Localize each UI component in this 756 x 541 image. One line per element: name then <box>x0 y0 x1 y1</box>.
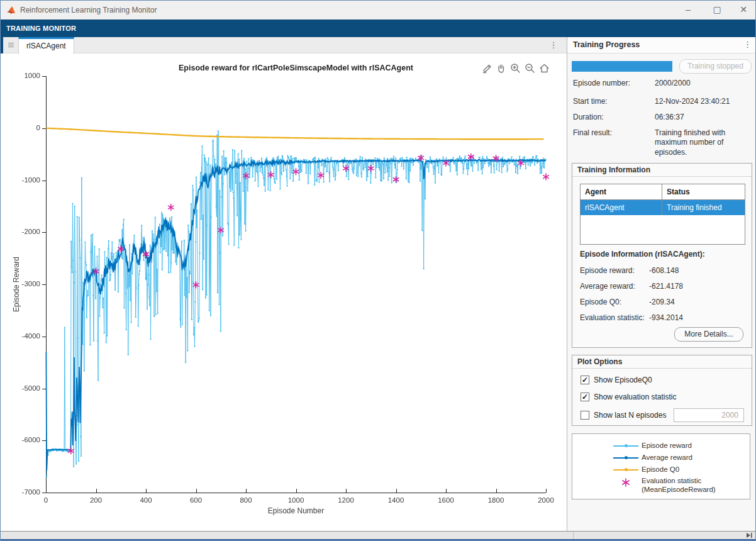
legend-evaluation-statistic: Evaluation statistic (MeanEpisodeReward) <box>572 477 750 494</box>
zoom-out-icon[interactable] <box>523 62 536 74</box>
start-time-label: Start time: <box>573 97 608 106</box>
table-row[interactable]: rlSACAgent Training finished <box>581 200 745 215</box>
show-last-n-episodes-checkbox[interactable] <box>581 411 589 420</box>
legend-episode-reward: Episode reward <box>572 442 750 450</box>
maximize-button[interactable]: ▢ <box>706 1 728 20</box>
show-last-n-episodes-option[interactable]: Show last N episodes <box>581 411 666 420</box>
episode-q0-legend-label: Episode Q0 <box>642 466 679 474</box>
restore-view-home-icon[interactable] <box>538 62 550 74</box>
duration-value: 06:36:37 <box>655 113 753 122</box>
side-panel-header: Training Progress ⋮ <box>567 37 756 53</box>
status-bar <box>1 531 756 539</box>
training-progress-bar <box>572 61 672 72</box>
training-information-title: Training Information <box>572 164 752 177</box>
final-result-row: Final result: Training finished with max… <box>573 128 612 137</box>
episode-number-row: Episode number: 2000/2000 <box>573 79 630 87</box>
training-plot-canvas[interactable] <box>1 53 567 531</box>
tabstrip-accent <box>1 37 3 53</box>
show-episodeq0-checkbox[interactable]: ✓ <box>581 376 589 384</box>
evaluation-statistic-label: Evaluation statistic: <box>580 313 645 322</box>
episode-number-value: 2000/2000 <box>655 79 753 88</box>
training-stopped-button: Training stopped <box>679 59 752 74</box>
episode-q0-line-sample <box>613 469 638 471</box>
training-progress-fill <box>572 61 672 72</box>
show-last-n-episodes-label: Show last N episodes <box>594 411 666 420</box>
show-episodeq0-option[interactable]: ✓ Show EpisodeQ0 <box>581 376 652 384</box>
app-window: Reinforcement Learning Training Monitor … <box>0 0 756 541</box>
training-information-group: Training Information Agent Status rlSACA… <box>572 163 752 348</box>
zoom-in-icon[interactable] <box>509 62 521 74</box>
chart-title: Episode reward for rlCartPoleSimscapeMod… <box>46 64 546 72</box>
minimize-button[interactable]: – <box>677 1 699 20</box>
export-plot-icon[interactable] <box>480 62 492 74</box>
duration-row: Duration: 06:36:37 <box>573 113 604 121</box>
episode-reward-line-sample <box>613 445 638 447</box>
agent-status-table[interactable]: Agent Status rlSACAgent Training finishe… <box>580 184 745 245</box>
plot-options-title: Plot Options <box>572 355 752 369</box>
more-details-button[interactable]: More Details... <box>674 327 743 342</box>
legend-episode-q0: Episode Q0 <box>572 466 750 474</box>
table-empty-area <box>581 215 745 244</box>
final-result-label: Final result: <box>573 128 612 137</box>
average-reward-value: -621.4178 <box>649 282 683 291</box>
show-evaluation-statistic-label: Show evaluation statistic <box>594 393 676 401</box>
plot-toolbar <box>480 62 550 74</box>
episode-reward-row: Episode reward: -608.148 <box>580 266 635 275</box>
close-button[interactable]: ✕ <box>733 1 754 20</box>
legend-average-reward: Average reward <box>572 454 750 462</box>
tabstrip-kebab-icon[interactable]: ⋮ <box>548 40 559 51</box>
episode-q0-row: Episode Q0: -209.34 <box>580 298 621 306</box>
pan-icon[interactable] <box>494 62 507 74</box>
side-panel-kebab-icon[interactable]: ⋮ <box>743 40 752 49</box>
table-header-row: Agent Status <box>581 184 745 200</box>
evaluation-statistic-row: Evaluation statistic: -934.2014 <box>580 313 645 322</box>
final-result-value: Training finished with maximum number of… <box>655 128 753 157</box>
status-column-header: Status <box>662 184 745 199</box>
episode-q0-value: -209.34 <box>649 298 675 306</box>
n-episodes-input[interactable] <box>674 408 744 422</box>
average-reward-label: Average reward: <box>580 282 635 291</box>
episode-information-title: Episode Information (rlSACAgent): <box>580 250 705 259</box>
document-tab-strip <box>1 37 567 53</box>
training-progress-panel: Training Progress ⋮ Training stopped Epi… <box>567 37 756 531</box>
show-evaluation-statistic-checkbox[interactable]: ✓ <box>581 393 589 401</box>
chart-panel: Episode reward for rlCartPoleSimscapeMod… <box>1 53 567 531</box>
ribbon-bar: TRAINING MONITOR <box>1 20 756 37</box>
plot-options-group: Plot Options ✓ Show EpisodeQ0 ✓ Show eva… <box>572 355 752 426</box>
start-time-row: Start time: 12-Nov-2024 23:40:21 <box>573 97 608 106</box>
evaluation-statistic-legend-label: Evaluation statistic (MeanEpisodeReward) <box>642 477 716 494</box>
evaluation-statistic-asterisk-icon <box>621 478 630 487</box>
start-time-value: 12-Nov-2024 23:40:21 <box>655 97 753 106</box>
status-cell: Training finished <box>662 200 745 215</box>
average-reward-line-sample <box>613 457 638 459</box>
ribbon-tab-training-monitor[interactable]: TRAINING MONITOR <box>6 25 76 32</box>
window-title: Reinforcement Learning Training Monitor <box>20 6 157 14</box>
status-bar-divider <box>573 532 574 539</box>
title-bar: Reinforcement Learning Training Monitor … <box>1 1 756 20</box>
duration-label: Duration: <box>573 113 604 121</box>
episode-reward-value: -608.148 <box>649 266 679 275</box>
side-panel-title: Training Progress <box>573 40 640 49</box>
episode-number-label: Episode number: <box>573 79 630 87</box>
average-reward-row: Average reward: -621.4178 <box>580 282 635 291</box>
drag-handle-icon[interactable] <box>8 43 14 48</box>
tab-rlsacagent[interactable]: rlSACAgent <box>18 37 74 54</box>
matlab-logo-icon <box>6 5 16 15</box>
average-reward-legend-label: Average reward <box>642 454 692 462</box>
evaluation-statistic-value: -934.2014 <box>649 313 683 322</box>
show-evaluation-statistic-option[interactable]: ✓ Show evaluation statistic <box>581 393 676 401</box>
episode-reward-label: Episode reward: <box>580 266 635 275</box>
agent-cell: rlSACAgent <box>581 200 662 215</box>
agent-column-header: Agent <box>581 184 662 199</box>
show-episodeq0-label: Show EpisodeQ0 <box>594 376 652 384</box>
episode-q0-label: Episode Q0: <box>580 298 621 306</box>
plot-legend: Episode reward Average reward Episode Q0… <box>572 433 750 499</box>
skip-to-end-icon[interactable] <box>746 532 753 538</box>
episode-reward-legend-label: Episode reward <box>642 442 692 450</box>
